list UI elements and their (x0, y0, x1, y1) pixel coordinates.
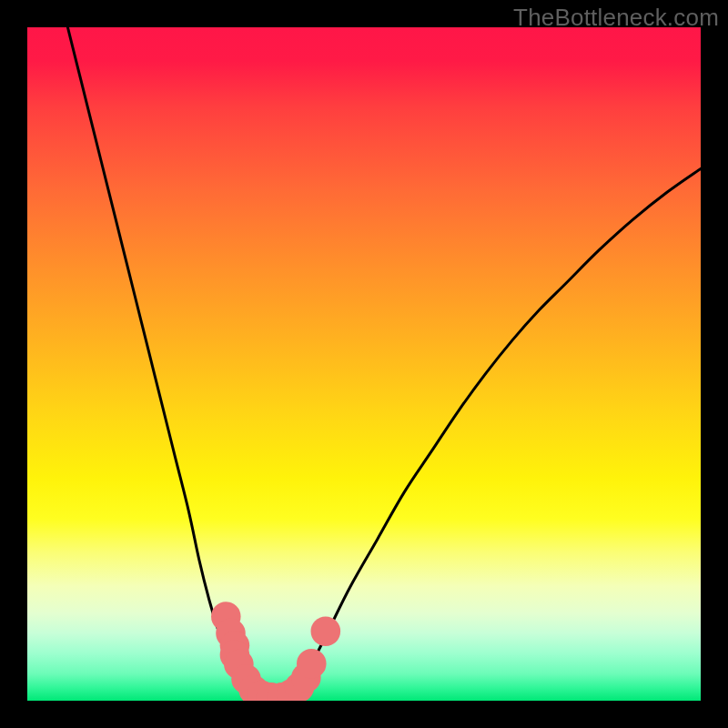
curves-svg (27, 27, 701, 701)
bottleneck-curve (67, 27, 701, 701)
plot-area (27, 27, 701, 701)
watermark-text: TheBottleneck.com (513, 4, 719, 32)
chart-frame: TheBottleneck.com (0, 0, 728, 728)
data-marker (311, 617, 341, 647)
data-marker (297, 649, 327, 679)
